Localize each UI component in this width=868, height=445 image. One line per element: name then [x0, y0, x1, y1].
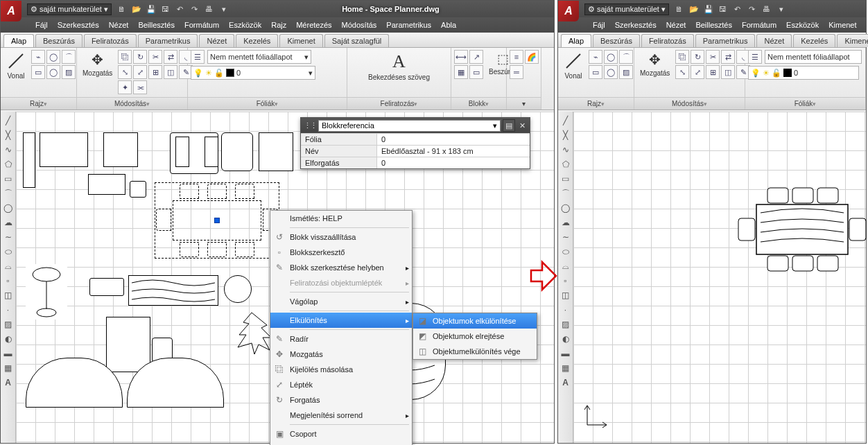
layer-dropdown[interactable]: 💡 ☀ 🔓 0 [748, 66, 859, 80]
undo-icon[interactable]: ↶ [174, 3, 186, 15]
panel-draw-title[interactable]: Rajz [558, 97, 634, 110]
ctx-block-editor[interactable]: ▫Blokkszerkesztő [270, 245, 412, 260]
layerprops-icon[interactable]: ☰ [748, 50, 762, 64]
ellipse-tool-icon[interactable]: ⬭ [2, 245, 15, 258]
explode-icon[interactable]: ✦ [118, 80, 132, 94]
print-icon[interactable]: 🖶 [203, 3, 216, 15]
plant-icon[interactable] [231, 306, 272, 361]
ellipsearc-tool-icon[interactable]: ⌓ [2, 260, 15, 272]
save-icon[interactable]: 💾 [145, 3, 157, 15]
rotate-icon[interactable]: ↻ [133, 50, 147, 64]
panel-annot-title[interactable]: Feliratozás [347, 97, 451, 110]
undo-icon[interactable]: ↶ [731, 3, 744, 15]
quick-properties-panel[interactable]: ⋮⋮ Blokkreferencia▾ ▤ ✕ Fólia0 NévEbédlő… [300, 117, 530, 169]
stretch-icon[interactable]: ⤡ [118, 65, 132, 79]
mtext-tool-icon[interactable]: A [559, 376, 572, 389]
rect-icon[interactable]: ▭ [31, 65, 45, 79]
offset-icon[interactable]: ◫ [721, 65, 735, 79]
makeblk-tool-icon[interactable]: ◫ [2, 289, 15, 302]
layerprops-icon[interactable]: ☰ [191, 50, 205, 64]
ellipse-icon[interactable]: ◯ [46, 65, 60, 79]
menu-window[interactable]: Abla [441, 21, 456, 29]
menu-output[interactable]: Kimenet [828, 21, 856, 29]
hatch-icon[interactable]: ▨ [62, 65, 76, 79]
redo-icon[interactable]: ↷ [189, 3, 201, 15]
ctx-ungroup[interactable]: ▫Csoport megszüntetése [270, 442, 412, 445]
copy-icon[interactable]: ⿻ [118, 50, 132, 64]
arc-tool-icon[interactable]: ⌒ [2, 187, 15, 200]
polygon-tool-icon[interactable]: ⬠ [2, 158, 15, 171]
object-type-dropdown[interactable]: Blokkreferencia▾ [318, 120, 501, 132]
menu-modify[interactable]: Módosítás [342, 21, 377, 29]
lweight-icon[interactable]: ═ [510, 65, 523, 79]
circle-icon[interactable]: ◯ [604, 50, 618, 64]
saveas-icon[interactable]: 🖫 [717, 3, 729, 15]
scale-icon[interactable]: ⤢ [691, 65, 704, 79]
tab-parametric[interactable]: Parametrikus [695, 34, 756, 47]
rect-tool-icon[interactable]: ▭ [2, 173, 15, 185]
furniture[interactable] [40, 132, 88, 167]
spline-tool-icon[interactable]: ∼ [2, 231, 15, 243]
furniture[interactable] [106, 317, 150, 372]
tab-home[interactable]: Alap [561, 34, 591, 47]
furniture[interactable] [221, 132, 253, 171]
workspace-selector[interactable]: ⚙ saját munkaterület ▾ [27, 3, 112, 15]
layerstate-dropdown[interactable]: Nem mentett fóliaállapot▾ [207, 50, 311, 64]
ctx-clipboard[interactable]: Vágólap▸ [270, 294, 412, 309]
insertblk-tool-icon[interactable]: ▫ [559, 274, 572, 287]
xline-tool-icon[interactable]: ╳ [559, 129, 572, 141]
circle-tool-icon[interactable]: ◯ [2, 202, 15, 214]
furniture[interactable] [89, 278, 124, 296]
line-button[interactable]: Vonal [561, 50, 586, 81]
table-tool-icon[interactable]: ▦ [559, 362, 572, 374]
furniture[interactable] [205, 137, 218, 167]
mirror-icon[interactable]: ⇄ [164, 50, 177, 64]
dim-icon[interactable]: ⟷ [454, 50, 468, 64]
polygon-tool-icon[interactable]: ⬠ [559, 158, 572, 171]
tab-insert[interactable]: Beszúrás [35, 34, 83, 47]
color-icon[interactable]: 🌈 [525, 50, 539, 64]
drawing-area[interactable] [573, 112, 866, 443]
field-icon[interactable]: ▭ [469, 65, 483, 79]
rect-icon[interactable]: ▭ [589, 65, 602, 79]
ctx-group[interactable]: ▣Csoport [270, 426, 412, 442]
menu-format[interactable]: Formátum [742, 21, 776, 29]
menu-tools[interactable]: Eszközök [786, 21, 819, 29]
wood-slab[interactable] [128, 275, 218, 306]
region-tool-icon[interactable]: ▬ [559, 347, 572, 360]
menu-parametric[interactable]: Parametrikus [386, 21, 431, 29]
trim-icon[interactable]: ✂ [706, 50, 720, 64]
scale-icon[interactable]: ⤢ [133, 65, 147, 79]
layer-dropdown[interactable]: 💡 ☀ 🔓 0 ▾ [191, 66, 315, 80]
furniture[interactable] [259, 132, 293, 171]
circle-icon[interactable]: ◯ [46, 50, 60, 64]
ctx-block-edit-inplace[interactable]: ✎Blokk szerkesztése helyben▸ [270, 260, 412, 275]
stretch-icon[interactable]: ⤡ [675, 65, 689, 79]
prop-val[interactable]: 0 [377, 134, 530, 145]
trim-icon[interactable]: ✂ [148, 50, 162, 64]
mirror-icon[interactable]: ⇄ [721, 50, 735, 64]
open-icon[interactable]: 📂 [688, 3, 700, 15]
array-icon[interactable]: ⊞ [148, 65, 162, 79]
prop-val[interactable]: 0 [377, 157, 530, 168]
hatch-tool-icon[interactable]: ▨ [2, 318, 15, 331]
panel-layers-title[interactable]: Fóliák [745, 97, 865, 110]
save-icon[interactable]: 💾 [702, 3, 715, 15]
tab-annotate[interactable]: Feliratozás [641, 34, 694, 47]
menu-view[interactable]: Nézet [109, 21, 129, 29]
xline-tool-icon[interactable]: ╳ [2, 129, 15, 141]
menu-insert[interactable]: Beillesztés [695, 21, 732, 29]
menu-file[interactable]: Fájl [593, 21, 605, 29]
tab-manage[interactable]: Kezelés [793, 34, 835, 47]
mtext-tool-icon[interactable]: A [2, 376, 15, 389]
ellipse-icon[interactable]: ◯ [604, 65, 618, 79]
new-icon[interactable]: 🗎 [116, 3, 128, 15]
tab-view[interactable]: Nézet [756, 34, 792, 47]
menu-draw[interactable]: Rajz [271, 21, 286, 29]
tab-parametric[interactable]: Parametrikus [138, 34, 198, 47]
ctx-scale[interactable]: ⤢Lépték [270, 377, 412, 392]
tab-output[interactable]: Kimenet [837, 34, 868, 47]
tab-output[interactable]: Kimenet [279, 34, 322, 47]
pline-tool-icon[interactable]: ∿ [2, 143, 15, 156]
makeblk-tool-icon[interactable]: ◫ [559, 289, 572, 302]
